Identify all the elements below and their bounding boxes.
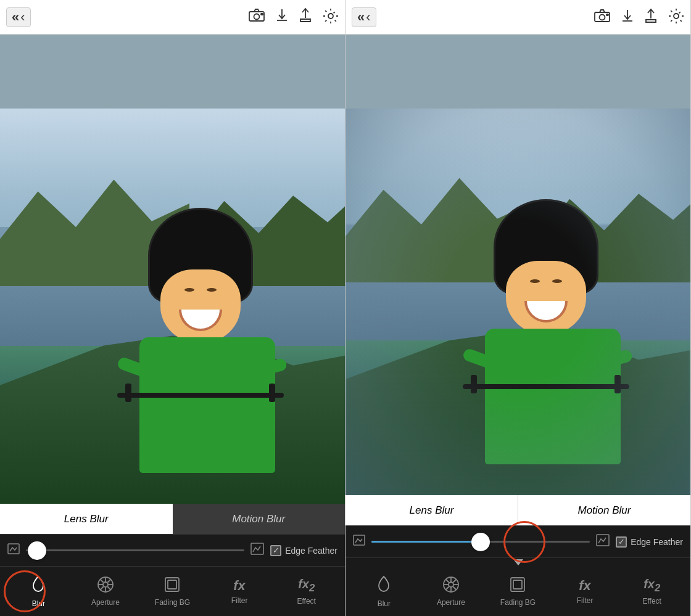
eye-left-l [184,288,194,292]
settings-icon-left[interactable] [323,8,339,27]
direction-indicator [346,558,690,567]
triangle-icon [513,559,523,565]
slider-fill-right [371,541,481,543]
toolbar-right-left [249,8,339,27]
top-bar-right: « ‹ [346,0,690,35]
blur-icon-left [31,575,46,597]
slider-thumb-left[interactable] [28,541,46,560]
edge-feather-label-right: Edge Feather [631,537,683,547]
camera-icon-left[interactable] [249,9,265,26]
nav-fading-left[interactable]: Fading BG [147,576,197,607]
svg-line-15 [100,587,103,590]
nav-filter-right[interactable]: fx Filter [560,578,610,605]
svg-point-1 [254,14,260,19]
camera-icon-right[interactable] [594,9,610,25]
face-right [506,261,586,335]
nav-effect-label-right: Effect [642,597,661,606]
photo-area-left [0,109,345,504]
blur-selector-right: Lens Blur Motion Blur [346,495,690,526]
nav-blur-right[interactable]: Blur [359,575,408,608]
edge-feather-right: ✓ Edge Feather [616,536,683,548]
svg-point-7 [103,582,108,587]
preview-area-right [346,35,690,109]
shirt-right [485,329,621,464]
bottom-nav-right: Blur Ap [346,567,690,616]
nav-blur-left[interactable]: Blur [14,575,63,608]
bottom-nav-left: Blur Ap [0,567,345,616]
motion-blur-btn-left[interactable]: Motion Blur [173,504,346,534]
blur-icon-right [376,575,391,597]
eyes-right [506,279,586,283]
slider-thumb-right[interactable] [471,533,490,551]
handlebar-right [463,384,629,389]
boy-figure-left [108,208,293,504]
slider-row-right: ✓ Edge Feather [346,526,690,558]
toolbar-right-right [594,8,684,27]
lens-blur-btn-left[interactable]: Lens Blur [0,504,173,534]
svg-line-30 [445,580,449,583]
bottom-area-left: Lens Blur Motion Blur [0,504,345,616]
svg-point-3 [328,14,333,18]
aperture-icon-right [442,576,460,596]
nav-effect-right[interactable]: fx2 Effect [627,577,677,606]
svg-rect-35 [513,580,522,589]
handlebar-left [117,393,284,398]
svg-line-12 [100,580,103,583]
svg-line-14 [107,580,110,583]
nav-fading-label-right: Fading BG [500,598,536,607]
back-double-icon-right[interactable]: « [357,10,365,24]
back-single-icon-right[interactable]: ‹ [366,10,370,24]
edge-feather-checkbox-left[interactable]: ✓ [270,545,281,556]
slider-row-left: ✓ Edge Feather [0,535,345,567]
nav-aperture-label-right: Aperture [437,598,465,607]
right-panel: « ‹ [346,0,691,616]
boy-figure-right [453,199,639,495]
svg-line-31 [453,587,456,590]
fading-icon-left [163,576,181,596]
back-double-icon-left[interactable]: « [12,10,19,24]
download-icon-right[interactable] [621,9,634,26]
nav-aperture-left[interactable]: Aperture [81,576,130,607]
share-icon-left[interactable] [299,8,312,27]
svg-point-25 [449,582,453,587]
back-single-icon-left[interactable]: ‹ [20,10,25,24]
nav-effect-left[interactable]: fx2 Effect [282,577,331,606]
nav-aperture-right[interactable]: Aperture [426,576,476,607]
back-buttons-right[interactable]: « ‹ [352,7,376,27]
edge-feather-label-left: Edge Feather [285,546,337,556]
back-buttons-left[interactable]: « ‹ [6,7,31,27]
svg-rect-20 [606,14,608,15]
face-left [160,269,241,343]
svg-line-33 [445,587,449,590]
slider-track-right[interactable] [371,541,590,543]
slider-max-icon-right [596,534,610,549]
edge-feather-checkbox-right[interactable]: ✓ [616,536,627,548]
slider-min-icon-left [7,543,20,557]
eye-right-l [530,279,540,283]
nav-filter-label-right: Filter [577,596,594,605]
settings-icon-right[interactable] [668,8,684,27]
photo-canvas-right [346,109,690,495]
svg-line-32 [453,580,456,583]
slider-min-icon-right [353,535,365,549]
download-icon-left[interactable] [276,8,288,27]
nav-blur-label-right: Blur [378,599,391,608]
svg-point-19 [600,14,605,20]
smile-left [179,310,222,331]
preview-area-left [0,35,345,109]
photo-canvas-left [0,109,345,504]
top-bar-left: « ‹ [0,0,345,35]
left-panel: « ‹ [0,0,346,616]
share-icon-right[interactable] [645,9,657,26]
svg-rect-2 [261,14,263,15]
blur-selector-left: Lens Blur Motion Blur [0,504,345,535]
svg-line-13 [107,587,110,590]
lens-blur-btn-right[interactable]: Lens Blur [346,495,518,525]
nav-filter-left[interactable]: fx Filter [215,578,264,605]
eye-right-r [552,279,562,283]
eye-left-r [207,288,217,292]
nav-fading-right[interactable]: Fading BG [493,576,542,607]
slider-track-left[interactable] [26,549,244,551]
motion-blur-btn-right[interactable]: Motion Blur [518,495,690,525]
bottom-area-right: Lens Blur Motion Blur [346,495,690,616]
